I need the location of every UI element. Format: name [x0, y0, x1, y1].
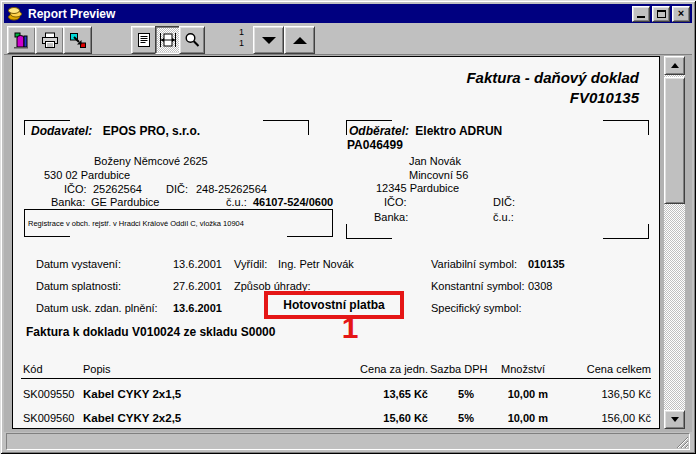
item-unit-price: 15,60 Kč: [333, 412, 428, 424]
supplier-frame-corner-tr: [263, 120, 309, 135]
col-header-vat-rate: Sazba DPH: [430, 363, 487, 375]
report-preview-window: Report Preview ×: [0, 0, 696, 454]
customer-frame-corner-tr: [603, 120, 649, 135]
customer-street: Mincovní 56: [409, 169, 468, 181]
export-icon: [68, 31, 88, 50]
col-header-unit-price: Cena za jedn.: [333, 363, 428, 375]
item-total: 156,00 Kč: [558, 412, 651, 424]
customer-bank-label: Banka:: [374, 211, 408, 223]
customer-person: Jan Novák: [409, 155, 461, 167]
print-button[interactable]: [35, 26, 64, 54]
item-quantity: 10,00 m: [468, 388, 548, 400]
zoom-magnifier-button[interactable]: [179, 26, 205, 54]
supplier-ico: 25262564: [93, 183, 142, 195]
maximize-icon: [657, 10, 666, 18]
customer-ico-label: IČO:: [384, 196, 407, 208]
variable-symbol: 010135: [528, 258, 565, 270]
issued-label: Datum vystavení:: [36, 258, 121, 270]
next-page-button[interactable]: [253, 26, 284, 54]
customer-bank-row: Banka: č.u.:: [13, 211, 660, 224]
document-title: Faktura - daňový doklad FV010135: [466, 68, 639, 108]
supplier-label: Dodavatel:: [31, 124, 92, 138]
close-button[interactable]: ×: [672, 6, 690, 22]
supplier-frame-corner-bl: [24, 222, 70, 237]
table-row: SK009560 Kabel CYKY 2x2,5 15,60 Kč 5% 10…: [13, 412, 660, 426]
item-total: 136,50 Kč: [558, 388, 651, 400]
due-label: Datum splatnosti:: [36, 280, 121, 292]
preview-area: Faktura - daňový doklad FV010135 Dodavat…: [4, 55, 692, 432]
window-title: Report Preview: [28, 7, 630, 21]
resize-grip[interactable]: [676, 436, 689, 449]
magnifier-icon: [183, 31, 201, 49]
item-vat-rate: 5%: [426, 388, 474, 400]
item-code: SK009550: [23, 388, 74, 400]
customer-ids-row: IČO: DIČ:: [13, 196, 660, 209]
col-header-description: Popis: [83, 363, 111, 375]
constant-symbol: 0308: [528, 280, 552, 292]
page-current: 1: [234, 27, 249, 38]
table-header-row: Kód Popis Cena za jedn. Sazba DPH Množst…: [13, 363, 660, 377]
item-unit-price: 13,65 Kč: [333, 388, 428, 400]
customer-name: Elektro ADRUN: [415, 124, 502, 138]
supplier-header: Dodavatel: EPOS PRO, s.r.o.: [31, 124, 200, 138]
maximize-button[interactable]: [652, 6, 670, 22]
zoom-page-width-button[interactable]: [155, 26, 181, 54]
vertical-scrollbar[interactable]: [664, 56, 685, 429]
taxdate: 13.6.2001: [173, 302, 222, 314]
previous-page-button[interactable]: [284, 26, 315, 54]
customer-dic-label: DIČ:: [493, 196, 515, 208]
minimize-button[interactable]: [632, 6, 650, 22]
col-header-total: Cena celkem: [558, 363, 651, 375]
specific-symbol-label: Specifický symbol:: [431, 302, 521, 314]
item-vat-rate: 5%: [426, 412, 474, 424]
customer-city: 12345 Pardubice: [376, 182, 459, 194]
handled-by: Ing. Petr Novák: [278, 258, 354, 270]
customer-account-label: č.u.:: [493, 211, 514, 223]
annotation-number: 1: [328, 313, 372, 343]
zoom-whole-page-button[interactable]: [131, 26, 157, 54]
scrollbar-thumb[interactable]: [664, 77, 685, 204]
invoice-type-title: Faktura - daňový doklad: [466, 68, 639, 88]
supplier-dic-label: DIČ:: [166, 183, 188, 195]
source-document-reference: Faktura k dokladu V010024 ze skladu S000…: [26, 325, 275, 339]
col-header-quantity: Množství: [501, 363, 545, 375]
customer-label: Odběratel:: [349, 124, 409, 138]
supplier-name: EPOS PRO, s.r.o.: [103, 124, 200, 138]
titlebar[interactable]: Report Preview ×: [4, 4, 692, 23]
scroll-up-button[interactable]: [664, 56, 685, 75]
exit-door-icon: [12, 31, 32, 50]
col-header-code: Kód: [23, 363, 43, 375]
variable-symbol-label: Variabilní symbol:: [431, 258, 517, 270]
table-header-rule: [21, 378, 651, 379]
due-date: 27.6.2001: [173, 280, 222, 292]
info-row-issued: Datum vystavení: 13.6.2001 Vyřídil: Ing.…: [13, 258, 660, 271]
whole-page-icon: [135, 31, 153, 49]
supplier-street: Boženy Němcové 2625: [94, 155, 208, 167]
supplier-ids-row: IČO: 25262564 DIČ: 248-25262564: [13, 183, 660, 196]
item-description: Kabel CYKY 2x1,5: [83, 388, 181, 400]
supplier-city: 530 02 Pardubice: [44, 169, 130, 181]
page-width-icon: [159, 31, 177, 49]
item-description: Kabel CYKY 2x2,5: [83, 412, 181, 424]
supplier-dic: 248-25262564: [196, 183, 267, 195]
scroll-up-icon: [671, 63, 679, 68]
supplier-frame-corner-br: [287, 222, 333, 237]
issued-date: 13.6.2001: [173, 258, 222, 270]
arrow-down-icon: [262, 37, 276, 44]
table-row: SK009550 Kabel CYKY 2x1,5 13,65 Kč 5% 10…: [13, 388, 660, 402]
customer-header: Odběratel: Elektro ADRUN: [349, 124, 502, 138]
customer-code: PA046499: [347, 138, 403, 152]
constant-symbol-label: Konstantní symbol:: [431, 280, 525, 292]
scroll-down-button[interactable]: [664, 410, 685, 429]
customer-frame-corner-br: [603, 224, 649, 239]
export-button[interactable]: [63, 26, 92, 54]
scroll-down-icon: [671, 417, 679, 422]
close-preview-button[interactable]: [7, 26, 36, 54]
close-icon: ×: [678, 8, 684, 19]
page-total: 1: [234, 38, 249, 49]
status-bar: [6, 433, 690, 450]
toolbar: 1 1: [4, 25, 692, 54]
arrow-up-icon: [293, 37, 307, 44]
handled-label: Vyřídil:: [234, 258, 267, 270]
supplier-ico-label: IČO:: [64, 183, 87, 195]
